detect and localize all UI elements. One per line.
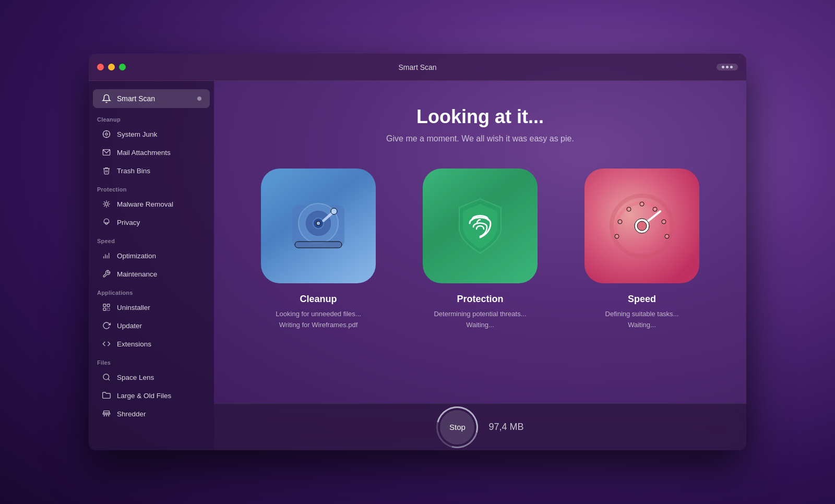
cleanup-card-icon xyxy=(261,169,376,283)
svg-point-1 xyxy=(105,133,108,135)
svg-line-15 xyxy=(108,201,109,202)
maximize-button[interactable] xyxy=(119,64,126,70)
trash-icon xyxy=(101,165,112,176)
svg-point-42 xyxy=(640,202,644,206)
extensions-icon xyxy=(101,339,112,349)
menu-dots[interactable] xyxy=(717,64,738,70)
speed-card-status: Defining suitable tasks... Waiting... xyxy=(605,309,679,331)
cleanup-card-title: Cleanup xyxy=(300,294,337,305)
close-button[interactable] xyxy=(97,64,104,70)
protection-card-title: Protection xyxy=(457,294,503,305)
svg-line-14 xyxy=(104,206,105,207)
sidebar-item-malware-removal[interactable]: Malware Removal xyxy=(93,195,210,213)
app-window: Smart Scan Smart Scan xyxy=(89,54,746,450)
space-lens-label: Space Lens xyxy=(117,374,154,381)
sidebar-item-shredder[interactable]: Shredder xyxy=(93,405,210,423)
sidebar-item-smart-scan[interactable]: Smart Scan xyxy=(93,89,210,108)
minimize-button[interactable] xyxy=(108,64,115,70)
applications-section-label: Applications xyxy=(89,283,214,298)
main-area: Smart Scan Cleanup System Junk xyxy=(89,81,746,450)
main-subheading: Give me a moment. We all wish it was eas… xyxy=(386,134,574,143)
svg-point-45 xyxy=(665,234,669,238)
stop-button-container: Stop xyxy=(436,406,478,448)
dot2 xyxy=(726,66,729,68)
protection-card-status: Determining potential threats... Waiting… xyxy=(434,309,526,331)
speed-card-icon xyxy=(584,169,699,283)
sidebar: Smart Scan Cleanup System Junk xyxy=(89,81,214,450)
svg-rect-37 xyxy=(295,242,342,248)
cleanup-section-label: Cleanup xyxy=(89,110,214,125)
cards-row: Cleanup Looking for unneeded files... Wr… xyxy=(245,169,715,331)
optimization-icon xyxy=(101,250,112,261)
svg-rect-22 xyxy=(103,308,106,310)
space-lens-icon xyxy=(101,372,112,382)
sidebar-item-extensions[interactable]: Extensions xyxy=(93,335,210,353)
title-bar: Smart Scan xyxy=(89,54,746,81)
malware-icon xyxy=(101,199,112,209)
optimization-label: Optimization xyxy=(117,252,156,260)
large-old-files-label: Large & Old Files xyxy=(117,392,171,400)
shredder-label: Shredder xyxy=(117,410,146,418)
mail-attachments-label: Mail Attachments xyxy=(117,149,171,157)
privacy-label: Privacy xyxy=(117,219,140,226)
bell-icon xyxy=(101,93,112,104)
window-title: Smart Scan xyxy=(398,63,436,71)
dot3 xyxy=(730,66,733,68)
malware-removal-label: Malware Removal xyxy=(117,200,173,208)
sidebar-item-trash-bins[interactable]: Trash Bins xyxy=(93,162,210,179)
svg-line-11 xyxy=(108,206,109,207)
svg-point-36 xyxy=(331,208,337,214)
bottom-bar: Stop 97,4 MB xyxy=(214,403,746,450)
svg-line-24 xyxy=(108,379,110,380)
privacy-icon xyxy=(101,217,112,227)
mail-icon xyxy=(101,147,112,158)
protection-section-label: Protection xyxy=(89,180,214,195)
sidebar-item-privacy[interactable]: Privacy xyxy=(93,213,210,231)
bottom-size-label: 97,4 MB xyxy=(488,422,523,433)
sidebar-item-space-lens[interactable]: Space Lens xyxy=(93,368,210,386)
svg-rect-21 xyxy=(107,304,110,307)
card-cleanup: Cleanup Looking for unneeded files... Wr… xyxy=(245,169,391,331)
sidebar-item-mail-attachments[interactable]: Mail Attachments xyxy=(93,143,210,161)
svg-point-34 xyxy=(316,221,320,225)
updater-label: Updater xyxy=(117,322,142,330)
overflow-menu[interactable] xyxy=(717,64,738,70)
sidebar-item-uninstaller[interactable]: Uninstaller xyxy=(93,298,210,316)
svg-rect-20 xyxy=(103,304,106,307)
smart-scan-label: Smart Scan xyxy=(117,94,155,103)
main-content: Looking at it... Give me a moment. We al… xyxy=(214,81,746,450)
svg-point-44 xyxy=(662,220,666,224)
sidebar-item-maintenance[interactable]: Maintenance xyxy=(93,265,210,283)
speed-card-title: Speed xyxy=(628,294,656,305)
sidebar-item-optimization[interactable]: Optimization xyxy=(93,247,210,265)
maintenance-icon xyxy=(101,269,112,279)
card-protection: Protection Determining potential threats… xyxy=(407,169,553,331)
trash-bins-label: Trash Bins xyxy=(117,167,150,175)
cleanup-card-status: Looking for unneeded files... Writing fo… xyxy=(276,309,361,331)
traffic-lights xyxy=(97,64,126,70)
dot1 xyxy=(722,66,724,68)
svg-line-10 xyxy=(104,201,105,202)
svg-point-7 xyxy=(105,202,108,205)
svg-point-39 xyxy=(615,234,619,238)
protection-card-icon xyxy=(423,169,538,283)
stop-button[interactable]: Stop xyxy=(440,410,474,445)
system-junk-label: System Junk xyxy=(117,130,157,138)
main-heading: Looking at it... xyxy=(416,106,544,128)
maintenance-label: Maintenance xyxy=(117,270,157,278)
uninstaller-icon xyxy=(101,302,112,313)
updater-icon xyxy=(101,320,112,331)
sidebar-item-system-junk[interactable]: System Junk xyxy=(93,125,210,143)
svg-rect-29 xyxy=(104,411,110,413)
svg-point-43 xyxy=(653,207,657,211)
sidebar-item-updater[interactable]: Updater xyxy=(93,317,210,334)
svg-point-23 xyxy=(103,374,109,380)
smart-scan-indicator xyxy=(197,97,201,101)
speed-section-label: Speed xyxy=(89,232,214,246)
extensions-label: Extensions xyxy=(117,340,151,348)
uninstaller-label: Uninstaller xyxy=(117,304,150,311)
sidebar-item-large-old-files[interactable]: Large & Old Files xyxy=(93,387,210,404)
large-old-files-icon xyxy=(101,390,112,401)
card-speed: Speed Defining suitable tasks... Waiting… xyxy=(569,169,715,331)
shredder-icon xyxy=(101,409,112,419)
